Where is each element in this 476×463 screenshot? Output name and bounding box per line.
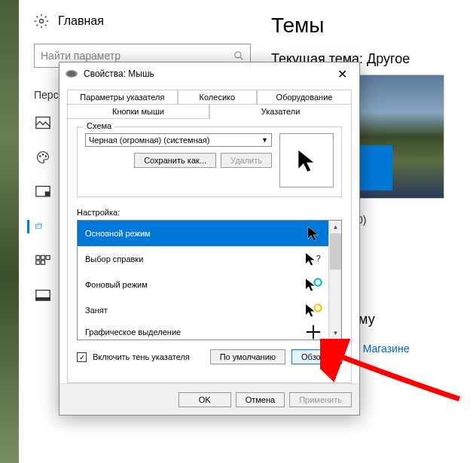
scheme-group: Схема Черная (огромная) (системная) ▼ Со… [77, 126, 342, 197]
list-item-label: Занят [85, 306, 108, 315]
scheme-selected-value: Черная (огромная) (системная) [89, 136, 209, 145]
cursor-list[interactable]: Основной режим Выбор справки ? Фоновый р… [77, 220, 342, 340]
svg-point-4 [42, 154, 44, 156]
list-item-label: Фоновый режим [85, 280, 148, 289]
shadow-label: Включить тень указателя [93, 352, 204, 361]
scheme-legend: Схема [84, 121, 114, 130]
taskbar-icon[interactable] [35, 289, 50, 303]
list-scrollbar[interactable]: ▲ ▼ [328, 221, 341, 340]
tab-wheel[interactable]: Колесико [178, 90, 257, 104]
svg-rect-12 [36, 260, 40, 264]
scheme-select[interactable]: Черная (огромная) (системная) ▼ [85, 133, 272, 147]
tab-pointers[interactable]: Указатели [209, 104, 352, 119]
delete-button: Удалить [221, 153, 272, 168]
search-icon [233, 50, 244, 61]
colors-icon[interactable] [35, 151, 50, 164]
cursor-busy-icon [304, 300, 323, 320]
ok-button[interactable]: OK [178, 392, 231, 407]
cursor-precision-icon [304, 322, 323, 340]
list-item-working-background[interactable]: Фоновый режим [78, 272, 341, 297]
list-item-help-select[interactable]: Выбор справки ? [78, 246, 341, 272]
scroll-down-icon[interactable]: ▼ [329, 327, 342, 340]
list-item-label: Выбор справки [85, 254, 143, 263]
svg-point-17 [315, 279, 322, 285]
save-as-button[interactable]: Сохранить как... [134, 153, 216, 168]
start-icon[interactable] [35, 254, 50, 268]
mouse-properties-dialog: Свойства: Мышь ✕ Параметры указателя Кол… [59, 62, 360, 416]
svg-rect-9 [36, 256, 40, 260]
cursor-preview [279, 133, 334, 187]
svg-point-0 [40, 20, 44, 23]
svg-point-18 [315, 304, 322, 311]
close-icon[interactable]: ✕ [331, 67, 353, 81]
desktop-wallpaper-edge [0, 0, 19, 463]
shadow-checkbox[interactable]: ✓ [77, 352, 87, 362]
svg-rect-11 [46, 256, 50, 260]
svg-rect-15 [36, 298, 50, 300]
list-item-normal-select[interactable]: Основной режим [78, 221, 341, 246]
svg-point-1 [235, 52, 241, 58]
svg-rect-10 [41, 256, 45, 260]
dialog-titlebar[interactable]: Свойства: Мышь ✕ [60, 62, 359, 85]
scroll-thumb[interactable] [330, 233, 341, 270]
gear-icon [34, 14, 49, 29]
cursor-arrow-icon [304, 224, 323, 243]
tab-hardware[interactable]: Оборудование [257, 90, 352, 104]
cursor-working-icon [304, 275, 323, 294]
background-icon[interactable] [35, 116, 50, 129]
apply-button: Применить [289, 392, 352, 407]
svg-text:?: ? [316, 254, 321, 263]
list-item-busy[interactable]: Занят [78, 297, 341, 323]
chevron-down-icon: ▼ [261, 136, 268, 144]
list-item-label: Графическое выделение [85, 327, 181, 337]
cursor-help-icon: ? [304, 249, 323, 269]
dialog-button-row: OK Отмена Применить [60, 383, 359, 415]
tab-pointer-options[interactable]: Параметры указателя [67, 90, 178, 104]
themes-heading: Темы [271, 14, 468, 38]
customize-label: Настройка: [77, 208, 342, 217]
cancel-button[interactable]: Отмена [236, 392, 285, 407]
themes-icon[interactable] [27, 220, 42, 233]
lockscreen-icon[interactable] [35, 185, 50, 199]
home-label: Главная [58, 14, 104, 28]
tab-buttons[interactable]: Кнопки мыши [67, 104, 209, 119]
scroll-up-icon[interactable]: ▲ [329, 221, 342, 233]
list-item-precision[interactable]: Графическое выделение [78, 323, 341, 340]
svg-rect-13 [41, 260, 45, 264]
dialog-title: Свойства: Мышь [84, 69, 331, 79]
dialog-tabs: Параметры указателя Колесико Оборудовани… [60, 85, 359, 383]
browse-button[interactable]: Обзор... [291, 349, 342, 364]
defaults-button[interactable]: По умолчанию [210, 349, 285, 364]
tab-body: Схема Черная (огромная) (системная) ▼ Со… [67, 119, 352, 383]
list-item-label: Основной режим [85, 229, 151, 238]
svg-point-5 [45, 156, 47, 157]
svg-point-3 [40, 156, 41, 157]
mouse-icon [66, 70, 78, 78]
search-placeholder: Найти параметр [41, 50, 121, 62]
svg-rect-7 [45, 192, 49, 196]
